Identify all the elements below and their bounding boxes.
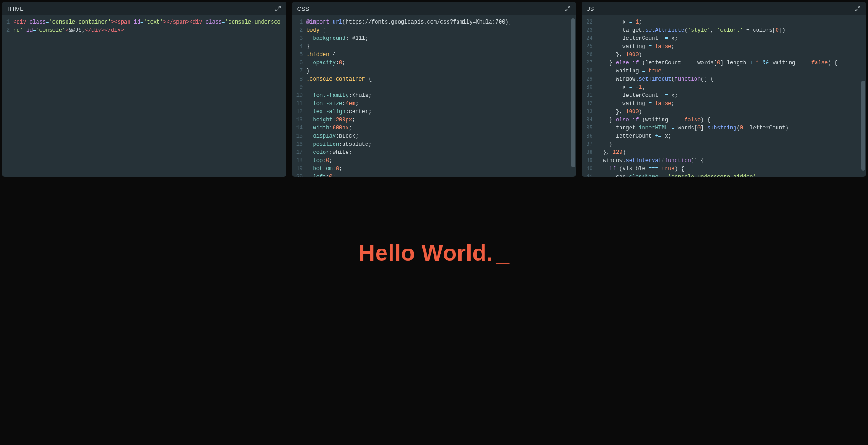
- preview-text: Hello World.: [358, 240, 493, 266]
- css-gutter: 1 2 3 4 5 6 7 8 9 10 11 12 13 14 15 16 1…: [292, 15, 305, 177]
- html-editor[interactable]: 1 2 <div class='console-container'><span…: [2, 15, 286, 177]
- html-gutter: 1 2: [2, 15, 12, 177]
- editor-panels: HTML 1 2 <div class='console-container'>…: [0, 0, 868, 177]
- js-panel-title: JS: [587, 5, 594, 12]
- js-code[interactable]: x = 1; target.setAttribute('style', 'col…: [596, 15, 866, 177]
- css-code[interactable]: @import url(https://fonts.googleapis.com…: [305, 15, 576, 177]
- js-panel-header: JS: [582, 2, 866, 15]
- css-scrollbar[interactable]: [571, 18, 575, 174]
- css-panel-title: CSS: [297, 5, 310, 12]
- expand-icon[interactable]: [854, 5, 861, 12]
- preview-underscore: _: [496, 241, 509, 267]
- css-editor[interactable]: 1 2 3 4 5 6 7 8 9 10 11 12 13 14 15 16 1…: [292, 15, 577, 177]
- css-panel: CSS 1 2 3 4 5 6 7 8 9 10 11 12 13 14 15 …: [292, 2, 577, 177]
- html-panel: HTML 1 2 <div class='console-container'>…: [2, 2, 286, 177]
- html-panel-title: HTML: [7, 5, 23, 12]
- preview-pane: Hello World._: [0, 177, 868, 445]
- css-panel-header: CSS: [292, 2, 577, 15]
- js-editor[interactable]: 22 23 24 25 26 27 28 29 30 31 32 33 34 3…: [582, 15, 866, 177]
- preview-output: Hello World._: [0, 240, 868, 266]
- js-gutter: 22 23 24 25 26 27 28 29 30 31 32 33 34 3…: [582, 15, 595, 177]
- html-panel-header: HTML: [2, 2, 286, 15]
- expand-icon[interactable]: [275, 5, 281, 12]
- js-panel: JS 22 23 24 25 26 27 28 29 30 31 32 33 3…: [582, 2, 866, 177]
- html-code[interactable]: <div class='console-container'><span id=…: [12, 15, 286, 177]
- expand-icon[interactable]: [564, 5, 571, 12]
- js-scrollbar[interactable]: [861, 18, 865, 174]
